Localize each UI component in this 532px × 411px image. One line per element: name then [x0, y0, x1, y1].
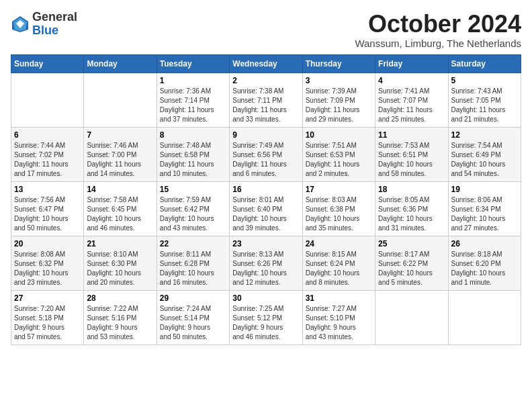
calendar-cell	[448, 290, 521, 345]
day-number: 30	[232, 293, 299, 303]
day-info: Sunrise: 8:03 AM Sunset: 6:38 PM Dayligh…	[306, 195, 372, 233]
day-number: 19	[451, 185, 518, 194]
day-info: Sunrise: 8:17 AM Sunset: 6:22 PM Dayligh…	[378, 250, 445, 287]
calendar-table: SundayMondayTuesdayWednesdayThursdayFrid…	[11, 54, 521, 345]
day-info: Sunrise: 7:48 AM Sunset: 6:58 PM Dayligh…	[160, 141, 226, 179]
day-number: 3	[306, 76, 372, 85]
day-info: Sunrise: 7:39 AM Sunset: 7:09 PM Dayligh…	[306, 87, 372, 124]
weekday-header-row: SundayMondayTuesdayWednesdayThursdayFrid…	[11, 54, 521, 73]
day-info: Sunrise: 7:54 AM Sunset: 6:49 PM Dayligh…	[451, 141, 518, 179]
calendar-cell: 30Sunrise: 7:25 AM Sunset: 5:12 PM Dayli…	[230, 290, 302, 345]
calendar-cell: 14Sunrise: 7:58 AM Sunset: 6:45 PM Dayli…	[84, 181, 157, 236]
day-number: 17	[306, 185, 372, 194]
calendar-week-row: 1Sunrise: 7:36 AM Sunset: 7:14 PM Daylig…	[11, 73, 521, 127]
calendar-cell: 29Sunrise: 7:24 AM Sunset: 5:14 PM Dayli…	[157, 290, 229, 345]
day-number: 2	[232, 76, 299, 85]
day-number: 12	[451, 130, 518, 140]
day-info: Sunrise: 7:46 AM Sunset: 7:00 PM Dayligh…	[87, 141, 153, 179]
calendar-cell: 8Sunrise: 7:48 AM Sunset: 6:58 PM Daylig…	[157, 127, 229, 181]
logo-icon	[11, 15, 30, 34]
calendar-week-row: 27Sunrise: 7:20 AM Sunset: 5:18 PM Dayli…	[11, 290, 521, 345]
day-number: 16	[232, 185, 299, 194]
calendar-week-row: 6Sunrise: 7:44 AM Sunset: 7:02 PM Daylig…	[11, 127, 521, 181]
calendar-cell: 1Sunrise: 7:36 AM Sunset: 7:14 PM Daylig…	[157, 73, 229, 127]
page-header: General Blue October 2024 Wanssum, Limbu…	[11, 11, 521, 49]
day-info: Sunrise: 7:49 AM Sunset: 6:56 PM Dayligh…	[232, 141, 299, 179]
weekday-header: Thursday	[302, 54, 375, 73]
day-number: 21	[87, 239, 153, 248]
weekday-header: Wednesday	[230, 54, 302, 73]
day-info: Sunrise: 7:58 AM Sunset: 6:45 PM Dayligh…	[87, 195, 153, 233]
calendar-cell: 5Sunrise: 7:43 AM Sunset: 7:05 PM Daylig…	[448, 73, 521, 127]
day-number: 28	[87, 293, 153, 303]
day-number: 15	[160, 185, 226, 194]
weekday-header: Tuesday	[157, 54, 229, 73]
calendar-cell: 3Sunrise: 7:39 AM Sunset: 7:09 PM Daylig…	[302, 73, 375, 127]
calendar-cell: 13Sunrise: 7:56 AM Sunset: 6:47 PM Dayli…	[11, 181, 84, 236]
logo-general-text: General	[32, 10, 77, 24]
day-number: 9	[232, 130, 299, 140]
calendar-cell: 21Sunrise: 8:10 AM Sunset: 6:30 PM Dayli…	[84, 236, 157, 290]
calendar-cell: 12Sunrise: 7:54 AM Sunset: 6:49 PM Dayli…	[448, 127, 521, 181]
day-info: Sunrise: 7:41 AM Sunset: 7:07 PM Dayligh…	[378, 87, 445, 124]
calendar-week-row: 20Sunrise: 8:08 AM Sunset: 6:32 PM Dayli…	[11, 236, 521, 290]
weekday-header: Saturday	[448, 54, 521, 73]
calendar-cell: 23Sunrise: 8:13 AM Sunset: 6:26 PM Dayli…	[230, 236, 302, 290]
day-info: Sunrise: 7:59 AM Sunset: 6:42 PM Dayligh…	[160, 195, 226, 233]
day-number: 27	[14, 293, 81, 303]
day-info: Sunrise: 7:27 AM Sunset: 5:10 PM Dayligh…	[306, 304, 372, 342]
day-info: Sunrise: 8:06 AM Sunset: 6:34 PM Dayligh…	[451, 195, 518, 233]
day-number: 31	[306, 293, 372, 303]
calendar-cell: 27Sunrise: 7:20 AM Sunset: 5:18 PM Dayli…	[11, 290, 84, 345]
day-info: Sunrise: 7:38 AM Sunset: 7:11 PM Dayligh…	[232, 87, 299, 124]
day-info: Sunrise: 8:11 AM Sunset: 6:28 PM Dayligh…	[160, 250, 226, 287]
calendar-week-row: 13Sunrise: 7:56 AM Sunset: 6:47 PM Dayli…	[11, 181, 521, 236]
day-info: Sunrise: 8:05 AM Sunset: 6:36 PM Dayligh…	[378, 195, 445, 233]
calendar-cell: 25Sunrise: 8:17 AM Sunset: 6:22 PM Dayli…	[375, 236, 448, 290]
weekday-header: Friday	[375, 54, 448, 73]
calendar-cell: 20Sunrise: 8:08 AM Sunset: 6:32 PM Dayli…	[11, 236, 84, 290]
day-info: Sunrise: 8:10 AM Sunset: 6:30 PM Dayligh…	[87, 250, 153, 287]
calendar-cell	[11, 73, 84, 127]
day-number: 7	[87, 130, 153, 140]
day-number: 1	[160, 76, 226, 85]
month-year-title: October 2024	[355, 11, 521, 38]
day-number: 22	[160, 239, 226, 248]
calendar-cell: 22Sunrise: 8:11 AM Sunset: 6:28 PM Dayli…	[157, 236, 229, 290]
day-info: Sunrise: 8:01 AM Sunset: 6:40 PM Dayligh…	[232, 195, 299, 233]
day-info: Sunrise: 7:24 AM Sunset: 5:14 PM Dayligh…	[160, 304, 226, 342]
location-subtitle: Wanssum, Limburg, The Netherlands	[355, 38, 521, 49]
day-number: 8	[160, 130, 226, 140]
day-info: Sunrise: 8:15 AM Sunset: 6:24 PM Dayligh…	[306, 250, 372, 287]
day-number: 23	[232, 239, 299, 248]
day-info: Sunrise: 7:43 AM Sunset: 7:05 PM Dayligh…	[451, 87, 518, 124]
calendar-cell: 11Sunrise: 7:53 AM Sunset: 6:51 PM Dayli…	[375, 127, 448, 181]
day-number: 18	[378, 185, 445, 194]
calendar-cell: 16Sunrise: 8:01 AM Sunset: 6:40 PM Dayli…	[230, 181, 302, 236]
day-info: Sunrise: 7:44 AM Sunset: 7:02 PM Dayligh…	[14, 141, 81, 179]
day-number: 6	[14, 130, 81, 140]
calendar-cell: 2Sunrise: 7:38 AM Sunset: 7:11 PM Daylig…	[230, 73, 302, 127]
calendar-cell	[375, 290, 448, 345]
day-info: Sunrise: 8:13 AM Sunset: 6:26 PM Dayligh…	[232, 250, 299, 287]
day-info: Sunrise: 7:56 AM Sunset: 6:47 PM Dayligh…	[14, 195, 81, 233]
calendar-cell: 6Sunrise: 7:44 AM Sunset: 7:02 PM Daylig…	[11, 127, 84, 181]
day-number: 5	[451, 76, 518, 85]
day-info: Sunrise: 7:51 AM Sunset: 6:53 PM Dayligh…	[306, 141, 372, 179]
day-number: 29	[160, 293, 226, 303]
calendar-cell: 10Sunrise: 7:51 AM Sunset: 6:53 PM Dayli…	[302, 127, 375, 181]
calendar-cell: 7Sunrise: 7:46 AM Sunset: 7:00 PM Daylig…	[84, 127, 157, 181]
weekday-header: Monday	[84, 54, 157, 73]
day-number: 4	[378, 76, 445, 85]
calendar-cell: 19Sunrise: 8:06 AM Sunset: 6:34 PM Dayli…	[448, 181, 521, 236]
day-info: Sunrise: 7:22 AM Sunset: 5:16 PM Dayligh…	[87, 304, 153, 342]
title-block: October 2024 Wanssum, Limburg, The Nethe…	[355, 11, 521, 49]
day-info: Sunrise: 7:20 AM Sunset: 5:18 PM Dayligh…	[14, 304, 81, 342]
day-number: 25	[378, 239, 445, 248]
day-info: Sunrise: 8:18 AM Sunset: 6:20 PM Dayligh…	[451, 250, 518, 287]
logo-blue-text: Blue	[32, 24, 58, 37]
calendar-cell: 9Sunrise: 7:49 AM Sunset: 6:56 PM Daylig…	[230, 127, 302, 181]
day-number: 20	[14, 239, 81, 248]
day-info: Sunrise: 7:25 AM Sunset: 5:12 PM Dayligh…	[232, 304, 299, 342]
calendar-cell: 26Sunrise: 8:18 AM Sunset: 6:20 PM Dayli…	[448, 236, 521, 290]
